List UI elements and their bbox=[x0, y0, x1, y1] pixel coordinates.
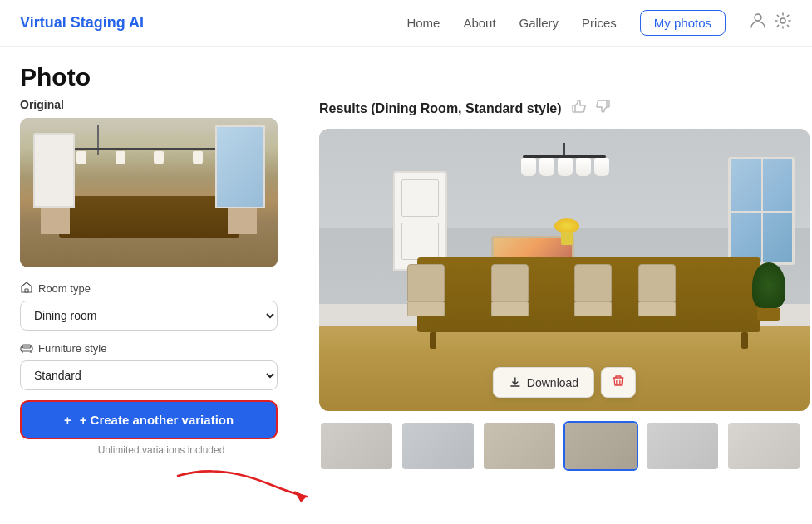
door-panel-bottom bbox=[401, 223, 439, 260]
plus-icon: + bbox=[64, 413, 71, 427]
unlimited-text: Unlimited variations included bbox=[20, 444, 303, 456]
right-panel: Results (Dining Room, Standard style) bbox=[303, 98, 810, 509]
flower-vase bbox=[561, 232, 573, 245]
result-actions: Download bbox=[493, 367, 636, 398]
nav-prices[interactable]: Prices bbox=[582, 16, 617, 30]
delete-button[interactable] bbox=[601, 367, 636, 398]
room-type-group: Room type Dining room Living room Bedroo… bbox=[20, 281, 303, 331]
person-icon[interactable] bbox=[749, 12, 767, 34]
nav-home[interactable]: Home bbox=[406, 16, 440, 30]
chair-seat-2 bbox=[491, 301, 529, 316]
create-variation-label: + Create another variation bbox=[80, 413, 234, 427]
room-type-text: Room type bbox=[38, 282, 91, 295]
nav-icons bbox=[749, 12, 792, 34]
thumbnails-strip bbox=[319, 421, 810, 471]
chair-back-1 bbox=[407, 264, 445, 301]
result-image-container: Download bbox=[319, 129, 810, 411]
thumb-img-2 bbox=[402, 423, 474, 469]
results-header: Results (Dining Room, Standard style) bbox=[319, 98, 810, 119]
table-leg-left bbox=[430, 332, 436, 349]
svg-marker-7 bbox=[294, 491, 307, 502]
thumbnail-2[interactable] bbox=[401, 421, 475, 471]
thumbnail-5[interactable] bbox=[645, 421, 720, 471]
thumb-img-4 bbox=[565, 423, 637, 469]
chair-2 bbox=[491, 264, 529, 318]
create-variation-button[interactable]: + + Create another variation bbox=[20, 400, 278, 439]
chair-back-2 bbox=[491, 264, 529, 301]
chair-seat-4 bbox=[638, 301, 676, 316]
chair-seat-3 bbox=[574, 301, 612, 316]
furniture-style-select[interactable]: Standard Modern Scandinavian Mid-century bbox=[20, 360, 278, 390]
furniture-style-text: Furniture style bbox=[38, 342, 106, 355]
download-label: Download bbox=[527, 376, 578, 389]
chair-4 bbox=[638, 264, 676, 318]
chandelier-shade-5 bbox=[594, 158, 609, 176]
chandelier bbox=[514, 143, 614, 193]
chandelier-shade-1 bbox=[521, 158, 536, 176]
svg-point-0 bbox=[755, 14, 761, 21]
logo-text: Virtual Staging bbox=[20, 14, 129, 31]
sofa-icon bbox=[20, 340, 33, 356]
arrow-icon bbox=[170, 459, 319, 505]
svg-rect-2 bbox=[25, 289, 28, 292]
logo-accent: AI bbox=[129, 14, 144, 31]
original-image bbox=[20, 118, 278, 267]
my-photos-button[interactable]: My photos bbox=[640, 10, 726, 36]
controls: Room type Dining room Living room Bedroo… bbox=[20, 281, 303, 509]
plant bbox=[752, 262, 785, 321]
logo: Virtual Staging AI bbox=[20, 14, 144, 32]
chair-3 bbox=[574, 264, 612, 318]
thumbnail-4[interactable] bbox=[563, 421, 638, 471]
room-door bbox=[393, 171, 447, 271]
original-dining-room bbox=[20, 118, 278, 267]
download-icon bbox=[509, 376, 522, 389]
home-icon bbox=[20, 281, 33, 296]
table-leg-right bbox=[741, 332, 748, 349]
chair-back-4 bbox=[638, 264, 676, 301]
trash-icon bbox=[612, 375, 625, 388]
room-window bbox=[728, 157, 795, 265]
door-panel-top bbox=[401, 179, 439, 217]
room-type-select[interactable]: Dining room Living room Bedroom Office bbox=[20, 301, 278, 331]
furniture-style-group: Furniture style Standard Modern Scandina… bbox=[20, 340, 303, 390]
nav-about[interactable]: About bbox=[463, 16, 495, 30]
main-layout: Original bbox=[0, 98, 812, 509]
room-type-label: Room type bbox=[20, 281, 303, 296]
plant-leaves bbox=[752, 262, 785, 308]
arrow-container bbox=[20, 459, 303, 509]
download-button[interactable]: Download bbox=[493, 367, 594, 398]
svg-point-1 bbox=[780, 18, 785, 23]
page-title: Photo bbox=[0, 47, 812, 98]
header: Virtual Staging AI Home About Gallery Pr… bbox=[0, 0, 812, 47]
original-label: Original bbox=[20, 98, 303, 111]
settings-icon[interactable] bbox=[774, 12, 792, 34]
furniture-style-label: Furniture style bbox=[20, 340, 303, 356]
like-icon[interactable] bbox=[570, 98, 587, 119]
thumb-img-3 bbox=[484, 423, 555, 469]
chandelier-shade-3 bbox=[558, 158, 573, 176]
chair-1 bbox=[407, 264, 445, 318]
chair-back-3 bbox=[574, 264, 612, 301]
chandelier-shade-4 bbox=[576, 158, 591, 176]
chandelier-drop bbox=[563, 143, 565, 155]
thumbnail-6[interactable] bbox=[726, 421, 801, 471]
results-title: Results (Dining Room, Standard style) bbox=[319, 101, 562, 116]
nav-gallery[interactable]: Gallery bbox=[519, 16, 559, 30]
dislike-icon[interactable] bbox=[595, 98, 612, 119]
plant-pot bbox=[757, 308, 780, 321]
left-panel: Original bbox=[20, 98, 303, 509]
flowers bbox=[554, 218, 579, 247]
chair-seat-1 bbox=[407, 301, 445, 316]
thumbnail-3[interactable] bbox=[482, 421, 557, 471]
window-divider-vertical bbox=[761, 159, 763, 262]
chandelier-shade-2 bbox=[539, 158, 554, 176]
nav: Home About Gallery Prices My photos bbox=[406, 10, 792, 36]
thumb-img-5 bbox=[647, 423, 718, 469]
thumb-img-6 bbox=[728, 423, 800, 469]
thumb-img-1 bbox=[321, 423, 392, 469]
thumbnail-1[interactable] bbox=[319, 421, 394, 471]
